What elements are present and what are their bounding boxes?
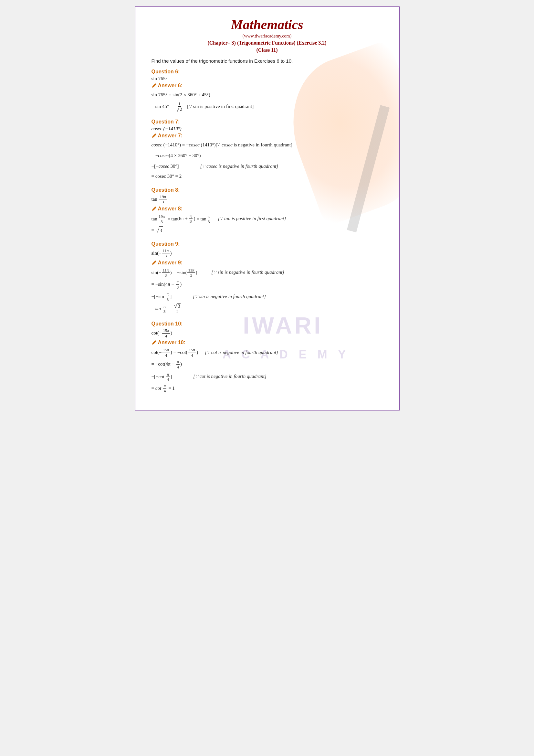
answer-10-line-4: = cot π4 = 1 [151,383,383,394]
question-9-label: Question 9: [151,241,383,247]
answer-10-note-1: [∵ cot is negative in fourth quadrant] [200,348,278,357]
answer-10-line-3-left: −[−cot π4] [151,372,172,382]
answer-10-line-2: = −cot(4π − π4) [151,359,383,369]
class-info: (Class 11) [151,47,383,53]
answer-9-line-1-row: sin(−11π3) = −sin(11π3) [∵ sin is negati… [151,268,383,278]
answer-8-line-2: = √3 [151,226,383,235]
frac-15pi-4-pos: 15π4 [188,347,196,358]
frac-pi-4-q10: π4 [176,359,180,369]
answer-9-line-2: = −sin(4π − π3) [151,279,383,290]
answer-6-label: Answer 6: [151,83,383,89]
answer-8-content: tan19π3 = tan(6π + π3) = tanπ3 [∵ tan is… [151,214,383,235]
frac-19pi-3-ans: 19π3 [158,214,166,224]
answer-9-content: sin(−11π3) = −sin(11π3) [∵ sin is negati… [151,268,383,314]
answer-7-label: Answer 7: [151,133,383,139]
question-8-text: tan 19π 3 [151,194,383,204]
question-9-text: sin(−11π3) [151,248,383,258]
fraction-19pi-3: 19π 3 [159,194,167,204]
question-7-section: Question 7: cosec (−1410°) Answer 7: cos… [151,119,383,181]
website-url: (www.tiwariacademy.com) [151,34,383,39]
answer-7-content: cosec (−1410°) = −cosec (1410°)[∵ cosec … [151,141,383,181]
answer-6-line-2: = sin 45° = 1 √2 [∵ sin is positive in f… [151,101,383,113]
answer-10-note-2: [∵ cot is negative in fourth quadrant] [193,372,267,381]
answer-7-line-4: = cosec 30° = 2 [151,172,383,181]
fraction-1-over-sqrt2: 1 √2 [175,101,184,113]
question-10-text: cot(−15π4) [151,328,383,338]
answer-9-label: Answer 9: [151,260,383,266]
answer-10-line-1-row: cot(−15π4) = −cot(15π4) [∵ cot is negati… [151,347,383,358]
question-10-label: Question 10: [151,321,383,327]
page-title: Mathematics [151,17,383,32]
question-6-text: sin 765° [151,76,383,81]
question-6-label: Question 6: [151,69,383,75]
answer-7-line-1: cosec (−1410°) = −cosec (1410°)[∵ cosec … [151,141,383,149]
answer-7-line-3-left: −[−cosec 30°] [151,162,179,171]
frac-11pi-3-pos: 11π3 [187,268,195,278]
pencil-icon-6 [151,83,157,88]
question-9-section: Question 9: sin(−11π3) Answer 9: sin(−11… [151,241,383,314]
content: Mathematics (www.tiwariacademy.com) (Cha… [151,17,383,394]
answer-9-note-1: [∵ sin is negative in fourth quadrant] [199,268,284,277]
answer-8-line-1-math: tan19π3 = tan(6π + π3) = tanπ3 [151,214,211,224]
answer-8-label: Answer 8: [151,206,383,212]
question-10-section: Question 10: cot(−15π4) Answer 10: cot(−… [151,321,383,394]
answer-10-content: cot(−15π4) = −cot(15π4) [∵ cot is negati… [151,347,383,394]
answer-9-line-4: = sin π3 = √3 2 [151,303,383,314]
answer-10-line-1-math: cot(−15π4) = −cot(15π4) [151,347,198,358]
question-7-label: Question 7: [151,119,383,125]
instruction-text: Find the values of the trigonometric fun… [151,58,383,64]
answer-10-label: Answer 10: [151,340,383,345]
frac-pi-4-q10-2: π4 [166,372,170,382]
frac-pi-3-q9-2: π3 [166,291,169,302]
frac-pi-4-q10-3: π4 [163,383,167,394]
question-7-text: cosec (−1410°) [151,126,383,132]
pencil-icon-9 [151,260,157,265]
pencil-icon-8 [151,206,157,211]
answer-9-line-3-row: −[−sin π3] [∵ sin is negative in fourth … [151,291,383,302]
frac-15pi-4-ans: 15π4 [162,347,170,358]
frac-11pi-3-ans: 11π3 [162,268,169,278]
answer-6-content: sin 765° = sin(2 × 360° + 45°) = sin 45°… [151,91,383,113]
frac-sqrt3-2-q9: √3 2 [173,303,182,314]
sqrt-3-q8: √3 [156,226,163,235]
answer-10-line-3-row: −[−cot π4] [∵ cot is negative in fourth … [151,372,383,382]
answer-7-line-2: = −cosec(4 × 360° − 30°) [151,151,383,160]
frac-pi-3-result: π3 [207,214,211,224]
question-8-section: Question 8: tan 19π 3 Answer 8: tan19π3 … [151,187,383,235]
answer-7-line-3-row: −[−cosec 30°] [∵ cosec is negative in fo… [151,162,383,171]
answer-8-note: [∵ tan is positive in first quadrant] [213,214,286,223]
answer-8-line-1-row: tan19π3 = tan(6π + π3) = tanπ3 [∵ tan is… [151,214,383,224]
frac-pi-3-q9-3: π3 [163,304,166,314]
sqrt-2: √2 [176,107,183,113]
answer-9-line-1-math: sin(−11π3) = −sin(11π3) [151,268,197,278]
answer-6-line-1: sin 765° = sin(2 × 360° + 45°) [151,91,383,99]
pencil-icon-7 [151,133,157,138]
sqrt-3-q9: √3 [174,303,181,309]
answer-7-note-2: [∵ cosec is negative in fourth quadrant] [200,162,278,171]
answer-9-line-3-left: −[−sin π3] [151,291,172,302]
answer-9-note-2: [∵ sin is negative in fourth quadrant] [193,292,266,301]
question-8-label: Question 8: [151,187,383,193]
page: IWARI A C A D E M Y Mathematics (www.tiw… [135,7,400,411]
frac-11pi-3-q: 11π3 [162,248,169,258]
chapter-info: (Chapter– 3) (Trigonometric Functions) (… [151,40,383,46]
frac-pi-3-inner: π3 [189,214,192,224]
pencil-icon-10 [151,340,157,345]
frac-pi-3-q9: π3 [176,279,180,290]
question-6-section: Question 6: sin 765° Answer 6: sin 765° … [151,69,383,113]
frac-15pi-4-q: 15π4 [162,328,170,338]
